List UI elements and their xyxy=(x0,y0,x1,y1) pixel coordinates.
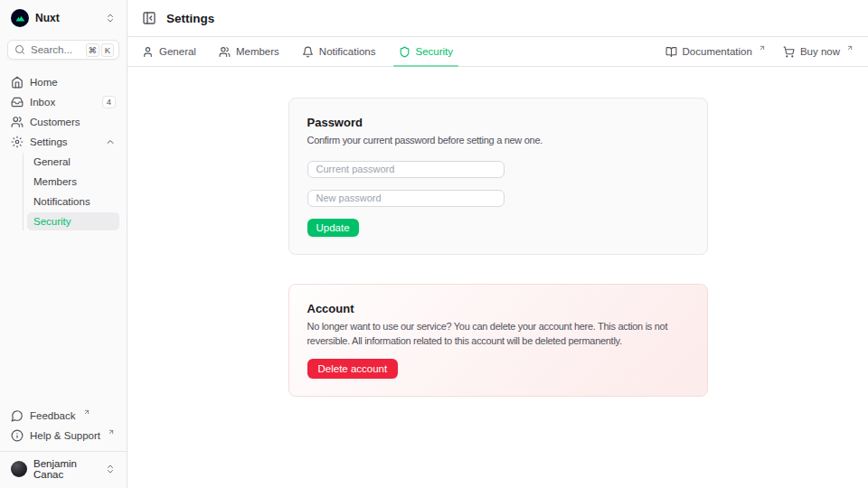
sidebar-item-notifications[interactable]: Notifications xyxy=(27,192,119,211)
sidebar-nav: Home Inbox 4 Customers Settings General xyxy=(0,73,127,407)
workspace-selector[interactable]: Nuxt xyxy=(7,7,119,29)
tabs: General Members Notifications Security xyxy=(142,37,453,66)
update-password-button[interactable]: Update xyxy=(307,219,359,237)
external-link-icon xyxy=(83,408,90,416)
kbd-k: K xyxy=(101,43,114,57)
tabbar: General Members Notifications Security xyxy=(127,37,868,67)
buy-now-link[interactable]: Buy now xyxy=(783,46,854,58)
password-card-title: Password xyxy=(307,116,689,129)
sidebar-item-label: Members xyxy=(33,176,77,187)
users-icon xyxy=(11,116,24,128)
sidebar: Nuxt Search... ⌘ K Home Inbox 4 Cu xyxy=(0,0,127,488)
tab-general[interactable]: General xyxy=(142,37,196,66)
delete-account-button[interactable]: Delete account xyxy=(307,359,399,379)
feedback-link[interactable]: Feedback xyxy=(7,407,119,425)
panel-left-close-icon xyxy=(142,11,156,25)
password-card-description: Confirm your current password before set… xyxy=(307,134,689,148)
new-password-field[interactable] xyxy=(307,190,505,207)
user-icon xyxy=(142,46,154,58)
user-name: Benjamin Canac xyxy=(33,458,99,480)
documentation-link[interactable]: Documentation xyxy=(665,46,766,58)
bell-icon xyxy=(302,46,314,58)
sidebar-item-settings[interactable]: Settings xyxy=(7,133,119,151)
tab-label: Members xyxy=(236,46,279,57)
header-link-label: Buy now xyxy=(800,46,840,57)
page-title: Settings xyxy=(166,12,214,25)
users-icon xyxy=(219,46,231,58)
header-links: Documentation Buy now xyxy=(665,46,854,58)
gear-icon xyxy=(11,136,24,148)
inbox-count-badge: 4 xyxy=(102,96,116,108)
sidebar-item-label: Home xyxy=(30,77,58,88)
footer-link-label: Help & Support xyxy=(30,430,100,441)
header-link-label: Documentation xyxy=(683,46,752,57)
sidebar-divider xyxy=(0,451,127,452)
password-card: Password Confirm your current password b… xyxy=(288,98,708,255)
shopping-cart-icon xyxy=(783,46,795,58)
tab-notifications[interactable]: Notifications xyxy=(302,37,376,66)
settings-security-content: Password Confirm your current password b… xyxy=(127,67,868,488)
main-panel: Settings General Members Notifications xyxy=(127,0,868,488)
sidebar-footer: Feedback Help & Support xyxy=(0,407,127,451)
workspace-name: Nuxt xyxy=(35,12,60,24)
shield-icon xyxy=(399,46,410,58)
sidebar-item-members[interactable]: Members xyxy=(27,173,119,191)
sidebar-item-label: Notifications xyxy=(33,196,90,207)
tab-label: General xyxy=(159,46,196,57)
collapse-sidebar-button[interactable] xyxy=(142,11,156,25)
book-open-icon xyxy=(665,46,677,58)
account-card: Account No longer want to use our servic… xyxy=(288,284,708,397)
nuxt-logo-icon xyxy=(11,9,29,27)
sidebar-item-label: General xyxy=(33,156,71,167)
user-menu[interactable]: Benjamin Canac xyxy=(7,456,119,482)
search-input[interactable]: Search... ⌘ K xyxy=(7,40,119,60)
chevrons-up-down-icon xyxy=(105,13,116,23)
footer-link-label: Feedback xyxy=(30,410,76,421)
account-card-description: No longer want to use our service? You c… xyxy=(307,320,689,349)
tab-security[interactable]: Security xyxy=(399,37,454,66)
user-avatar xyxy=(11,461,27,477)
kbd-cmd: ⌘ xyxy=(86,43,100,57)
external-link-icon xyxy=(846,44,854,52)
current-password-field[interactable] xyxy=(307,161,505,178)
home-icon xyxy=(11,76,24,89)
page-header: Settings xyxy=(127,0,868,37)
help-support-link[interactable]: Help & Support xyxy=(7,427,119,445)
sidebar-item-home[interactable]: Home xyxy=(7,73,119,91)
search-icon xyxy=(14,44,25,55)
sidebar-item-general[interactable]: General xyxy=(27,153,119,171)
search-placeholder: Search... xyxy=(31,44,72,55)
app-window: Nuxt Search... ⌘ K Home Inbox 4 Cu xyxy=(0,0,868,488)
tab-members[interactable]: Members xyxy=(219,37,279,66)
sidebar-item-label: Security xyxy=(33,216,71,227)
sidebar-item-inbox[interactable]: Inbox 4 xyxy=(7,93,119,111)
tab-label: Security xyxy=(416,46,454,57)
chevrons-up-down-icon xyxy=(105,464,116,474)
external-link-icon xyxy=(759,44,766,52)
chevron-up-icon xyxy=(105,136,116,147)
sidebar-item-customers[interactable]: Customers xyxy=(7,113,119,131)
external-link-icon xyxy=(108,428,115,436)
inbox-icon xyxy=(11,96,24,108)
info-icon xyxy=(11,429,24,442)
account-card-title: Account xyxy=(307,302,689,315)
search-shortcut: ⌘ K xyxy=(86,43,115,57)
sidebar-item-label: Inbox xyxy=(30,97,55,108)
chat-bubble-icon xyxy=(11,409,24,422)
sidebar-item-label: Settings xyxy=(30,136,68,147)
settings-subnav: General Members Notifications Security xyxy=(23,153,119,230)
tab-label: Notifications xyxy=(319,46,376,57)
sidebar-item-label: Customers xyxy=(30,117,80,127)
sidebar-item-security[interactable]: Security xyxy=(27,212,119,230)
